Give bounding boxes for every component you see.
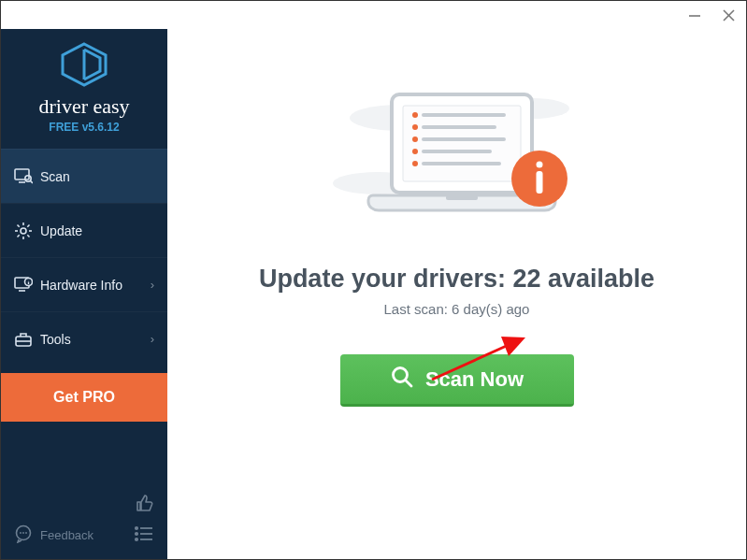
version-label: FREE v5.6.12 xyxy=(1,121,167,134)
sidebar-footer: Feedback xyxy=(1,483,167,559)
svg-point-48 xyxy=(412,161,418,166)
feedback-label: Feedback xyxy=(40,528,93,542)
svg-line-17 xyxy=(18,235,20,237)
search-icon xyxy=(390,365,414,395)
close-button[interactable] xyxy=(718,5,739,25)
svg-point-27 xyxy=(22,532,24,534)
headline-suffix: available xyxy=(541,265,655,293)
brand-name: driver easy xyxy=(1,94,167,119)
svg-point-33 xyxy=(136,538,137,539)
svg-line-56 xyxy=(432,344,510,380)
svg-rect-39 xyxy=(403,106,521,181)
gear-icon xyxy=(14,222,40,240)
monitor-search-icon xyxy=(14,168,40,185)
sidebar-item-tools[interactable]: Tools › xyxy=(1,311,167,366)
chat-icon xyxy=(14,524,33,546)
list-icon[interactable] xyxy=(134,525,154,546)
svg-line-15 xyxy=(27,235,29,237)
feedback-button[interactable]: Feedback xyxy=(14,524,93,546)
laptop-illustration xyxy=(317,76,597,238)
logo-block: driver easy FREE v5.6.12 xyxy=(1,29,167,149)
sidebar: driver easy FREE v5.6.12 Scan Update xyxy=(1,29,167,559)
chevron-right-icon: › xyxy=(151,332,154,346)
thumbs-up-icon[interactable] xyxy=(134,493,154,517)
title-bar xyxy=(1,1,746,29)
sidebar-item-label: Hardware Info xyxy=(40,278,151,293)
svg-point-28 xyxy=(25,532,27,534)
svg-point-31 xyxy=(136,532,137,534)
svg-line-14 xyxy=(18,224,20,226)
svg-point-46 xyxy=(412,149,418,154)
svg-point-29 xyxy=(136,526,137,528)
sidebar-item-label: Update xyxy=(40,223,154,238)
sidebar-item-update[interactable]: Update xyxy=(1,203,167,257)
monitor-info-icon xyxy=(14,277,40,294)
svg-rect-50 xyxy=(446,195,478,200)
sidebar-item-scan[interactable]: Scan xyxy=(1,149,167,203)
sidebar-item-hardware-info[interactable]: Hardware Info › xyxy=(1,257,167,311)
svg-point-42 xyxy=(412,124,418,130)
svg-rect-53 xyxy=(536,171,542,194)
svg-point-44 xyxy=(412,136,418,142)
get-pro-label: Get PRO xyxy=(53,389,115,406)
svg-line-8 xyxy=(31,180,34,183)
headline: Update your drivers: 22 available xyxy=(259,265,654,294)
nav: Scan Update Hardware Info › Tools xyxy=(1,149,167,366)
svg-point-9 xyxy=(21,228,26,234)
minimize-button[interactable] xyxy=(684,5,705,25)
svg-rect-5 xyxy=(15,169,29,179)
svg-line-16 xyxy=(27,224,29,226)
get-pro-button[interactable]: Get PRO xyxy=(1,373,167,422)
svg-point-26 xyxy=(20,532,22,534)
sidebar-item-label: Tools xyxy=(40,332,151,347)
svg-point-52 xyxy=(536,162,542,168)
main-panel: Update your drivers: 22 available Last s… xyxy=(167,29,746,559)
chevron-right-icon: › xyxy=(151,278,154,292)
toolbox-icon xyxy=(14,331,40,348)
sidebar-item-label: Scan xyxy=(40,169,154,184)
annotation-arrow-icon xyxy=(424,333,527,389)
headline-prefix: Update your drivers: xyxy=(259,265,513,293)
last-scan-text: Last scan: 6 day(s) ago xyxy=(384,301,530,317)
svg-point-40 xyxy=(412,112,418,118)
headline-count: 22 xyxy=(512,265,540,293)
svg-line-55 xyxy=(406,381,411,386)
svg-point-7 xyxy=(25,175,31,180)
app-logo-icon xyxy=(59,42,109,87)
